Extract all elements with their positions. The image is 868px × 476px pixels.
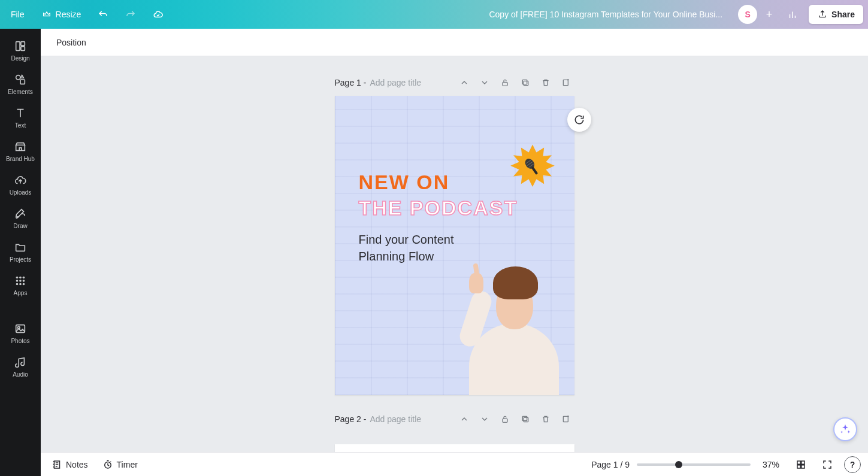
page2-delete-button[interactable] bbox=[537, 411, 554, 428]
svg-point-8 bbox=[16, 280, 19, 282]
page2-collapse-down-button[interactable] bbox=[476, 411, 493, 428]
user-avatar[interactable]: S bbox=[738, 5, 757, 24]
page1-collapse-down-button[interactable] bbox=[476, 74, 493, 91]
notes-label: Notes bbox=[66, 460, 88, 469]
share-button[interactable]: Share bbox=[809, 5, 863, 24]
insights-button[interactable] bbox=[781, 5, 804, 23]
refresh-icon bbox=[573, 114, 585, 126]
zoom-percent[interactable]: 37% bbox=[758, 460, 784, 469]
help-button[interactable]: ? bbox=[844, 456, 861, 473]
fullscreen-button[interactable] bbox=[818, 455, 837, 474]
main-area: Design Elements Text Brand Hub Uploads D… bbox=[0, 29, 868, 476]
page1-lock-button[interactable] bbox=[497, 74, 513, 91]
starburst-badge[interactable] bbox=[509, 144, 557, 192]
notes-icon bbox=[52, 459, 62, 470]
svg-rect-2 bbox=[21, 47, 25, 50]
file-menu-label: File bbox=[11, 10, 25, 19]
notes-button[interactable]: Notes bbox=[48, 457, 92, 472]
page1-delete-button[interactable] bbox=[537, 74, 554, 91]
sidebar-label-photos: Photos bbox=[8, 338, 32, 345]
design-heading-line2[interactable]: THE PODCAST bbox=[359, 196, 518, 220]
page1-collapse-up-button[interactable] bbox=[456, 74, 473, 91]
resize-button[interactable]: Resize bbox=[35, 5, 87, 23]
page1-prefix: Page 1 - bbox=[335, 78, 367, 87]
file-menu[interactable]: File bbox=[5, 6, 31, 23]
upload-icon bbox=[817, 9, 828, 20]
position-button[interactable]: Position bbox=[52, 34, 91, 51]
document-title[interactable]: Copy of [FREE] 10 Instagram Templates fo… bbox=[489, 10, 722, 19]
svg-point-7 bbox=[23, 277, 25, 279]
undo-button[interactable] bbox=[92, 5, 114, 23]
sidebar-label-design: Design bbox=[8, 55, 32, 62]
svg-rect-18 bbox=[522, 80, 527, 84]
left-sidebar: Design Elements Text Brand Hub Uploads D… bbox=[0, 29, 41, 476]
sidebar-item-draw[interactable]: Draw bbox=[0, 201, 41, 235]
sidebar-item-apps[interactable]: Apps bbox=[0, 268, 41, 302]
page1-add-button[interactable] bbox=[558, 74, 574, 91]
grid-view-button[interactable] bbox=[791, 455, 810, 474]
page1-title-placeholder[interactable]: Add page title bbox=[370, 78, 421, 87]
page2-title-placeholder[interactable]: Add page title bbox=[370, 414, 421, 424]
svg-rect-24 bbox=[524, 417, 528, 422]
add-collaborator-button[interactable]: + bbox=[762, 7, 776, 22]
sidebar-item-elements[interactable]: Elements bbox=[0, 67, 41, 101]
resize-label: Resize bbox=[56, 10, 81, 19]
sidebar-item-photos[interactable]: Photos bbox=[0, 316, 41, 350]
context-toolbar: Position bbox=[41, 29, 868, 56]
design-heading-line1[interactable]: NEW ON bbox=[359, 171, 450, 194]
sidebar-label-audio: Audio bbox=[10, 371, 31, 378]
sidebar-item-uploads[interactable]: Uploads bbox=[0, 168, 41, 201]
sidebar-label-projects: Projects bbox=[7, 256, 34, 263]
zoom-slider[interactable] bbox=[637, 463, 751, 466]
canvas-area[interactable]: Page 1 - Add page title bbox=[41, 56, 868, 452]
magic-assist-button[interactable] bbox=[833, 417, 857, 441]
svg-point-12 bbox=[19, 283, 22, 286]
page2-collapse-up-button[interactable] bbox=[456, 411, 473, 428]
sidebar-item-audio[interactable]: Audio bbox=[0, 350, 41, 383]
cloud-sync-button[interactable] bbox=[147, 5, 170, 23]
svg-point-9 bbox=[19, 280, 22, 282]
page1-canvas[interactable]: NEW ON THE PODCAST Find your Content Pla… bbox=[335, 96, 574, 395]
page-indicator[interactable]: Page 1 / 9 bbox=[591, 460, 630, 469]
svg-rect-4 bbox=[20, 80, 25, 84]
timer-label: Timer bbox=[117, 460, 138, 469]
page2-duplicate-button[interactable] bbox=[517, 411, 534, 428]
person-photo[interactable] bbox=[451, 222, 571, 395]
question-icon: ? bbox=[850, 460, 855, 469]
top-header: File Resize Copy of [FREE] 10 Instagram … bbox=[0, 0, 868, 29]
svg-rect-16 bbox=[503, 82, 507, 86]
svg-rect-1 bbox=[21, 42, 25, 46]
svg-rect-22 bbox=[531, 166, 537, 175]
page1-wrapper: NEW ON THE PODCAST Find your Content Pla… bbox=[335, 96, 574, 395]
zoom-slider-knob[interactable] bbox=[675, 461, 682, 468]
undo-icon bbox=[98, 9, 108, 20]
timer-button[interactable]: Timer bbox=[99, 457, 141, 472]
page2-add-button[interactable] bbox=[558, 411, 574, 428]
sidebar-item-text[interactable]: Text bbox=[0, 101, 41, 134]
page2-canvas-peek[interactable] bbox=[335, 444, 574, 452]
sidebar-item-projects[interactable]: Projects bbox=[0, 235, 41, 268]
crown-icon bbox=[41, 9, 52, 20]
regenerate-button[interactable] bbox=[567, 108, 591, 132]
page2-lock-button[interactable] bbox=[497, 411, 513, 428]
svg-point-10 bbox=[23, 280, 25, 282]
page2-header: Page 2 - Add page title bbox=[335, 411, 574, 428]
svg-rect-28 bbox=[797, 461, 800, 464]
page1-duplicate-button[interactable] bbox=[517, 74, 534, 91]
svg-rect-19 bbox=[563, 80, 568, 85]
sidebar-label-text: Text bbox=[13, 122, 28, 129]
sparkle-icon bbox=[839, 423, 851, 435]
svg-point-11 bbox=[16, 283, 19, 286]
svg-rect-26 bbox=[563, 416, 568, 422]
page2-prefix: Page 2 - bbox=[335, 414, 367, 424]
sidebar-label-elements: Elements bbox=[5, 89, 35, 96]
design-body-text[interactable]: Find your Content Planning Flow bbox=[359, 231, 454, 265]
sidebar-item-design[interactable]: Design bbox=[0, 34, 41, 67]
svg-rect-31 bbox=[802, 465, 805, 468]
sidebar-label-brand-hub: Brand Hub bbox=[4, 156, 37, 163]
sidebar-item-brand-hub[interactable]: Brand Hub bbox=[0, 134, 41, 168]
svg-rect-30 bbox=[797, 465, 800, 468]
cloud-check-icon bbox=[153, 9, 164, 20]
svg-point-6 bbox=[19, 277, 22, 279]
redo-button[interactable] bbox=[119, 5, 142, 23]
